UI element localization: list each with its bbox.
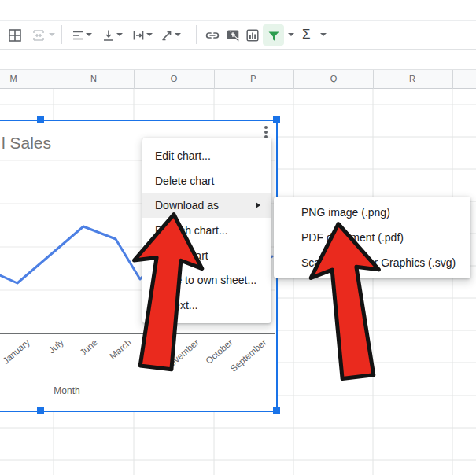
selection-handle[interactable] xyxy=(273,407,280,414)
submenu-item-svg[interactable]: Scalable Vector Graphics (.svg) xyxy=(274,250,470,275)
menu-item-delete-chart[interactable]: Delete chart xyxy=(142,168,271,193)
download-as-submenu: PNG image (.png) PDF document (.pdf) Sca… xyxy=(274,197,470,278)
sheets-app: Σ M N O P Q R l Sales xyxy=(0,0,476,475)
chart-context-menu: Edit chart... Delete chart Download as P… xyxy=(142,138,271,323)
selection-handle[interactable] xyxy=(37,116,44,123)
x-axis-title: Month xyxy=(39,385,94,396)
menu-item-download-as[interactable]: Download as xyxy=(142,193,271,218)
menu-item-alt-text[interactable]: Alt text... xyxy=(142,293,271,318)
selection-handle[interactable] xyxy=(37,407,44,414)
menu-item-publish-chart[interactable]: Publish chart... xyxy=(142,218,271,243)
submenu-item-pdf[interactable]: PDF document (.pdf) xyxy=(274,225,470,250)
submenu-item-png[interactable]: PNG image (.png) xyxy=(274,200,470,225)
chart-title: l Sales xyxy=(2,134,51,153)
submenu-arrow-icon xyxy=(256,202,260,208)
menu-item-copy-chart[interactable]: Copy chart xyxy=(142,243,271,268)
selection-handle[interactable] xyxy=(273,116,280,123)
menu-item-edit-chart[interactable]: Edit chart... xyxy=(142,143,271,168)
menu-item-move-to-own-sheet[interactable]: Move to own sheet... xyxy=(142,267,271,293)
